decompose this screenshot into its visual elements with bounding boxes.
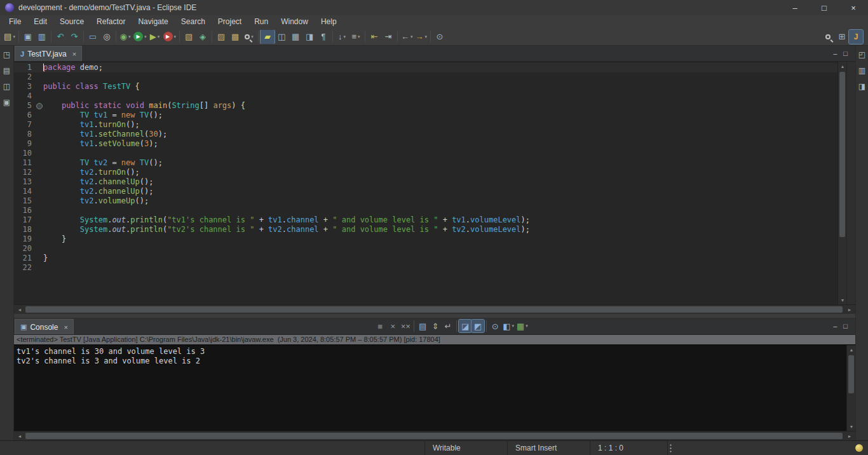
- dropdown-arrow-icon[interactable]: ▾: [512, 323, 515, 329]
- dropdown-arrow-icon[interactable]: ▾: [344, 34, 346, 39]
- copy-qualified-name-button[interactable]: ▦: [288, 30, 302, 44]
- terminate-button[interactable]: ■: [374, 320, 386, 332]
- minimized-outline-button[interactable]: ▣: [1, 97, 13, 108]
- last-edit-location-button[interactable]: ⇤: [367, 30, 381, 44]
- open-type-button[interactable]: ◎: [100, 30, 114, 44]
- dropdown-arrow-icon[interactable]: ▾: [526, 323, 528, 329]
- scroll-left-icon[interactable]: ◄: [15, 305, 24, 314]
- editor-horizontal-scrollbar[interactable]: ◄ ►: [14, 304, 855, 314]
- code-line[interactable]: 14 tv2.channelUp();: [14, 187, 837, 196]
- scroll-left-icon[interactable]: ◄: [15, 431, 24, 440]
- code-line[interactable]: 15 tv2.volumeUp();: [14, 196, 837, 206]
- code-line[interactable]: 2: [14, 72, 837, 82]
- code-line[interactable]: 3public class TestTV {: [14, 82, 837, 92]
- open-console-button[interactable]: ▭: [86, 30, 100, 44]
- status-insert-mode[interactable]: Smart Insert: [507, 441, 590, 455]
- show-stderr-button[interactable]: ◩: [471, 320, 484, 332]
- code-line[interactable]: 19 }: [14, 234, 837, 244]
- code-line[interactable]: 22: [14, 263, 837, 273]
- new-java-project-button[interactable]: ▧: [182, 30, 196, 44]
- code-line[interactable]: 7 tv1.turnOn();: [14, 120, 837, 130]
- code-line[interactable]: 12 tv2.turnOn();: [14, 168, 837, 177]
- editor-vertical-scrollbar[interactable]: ▲ ▼: [837, 62, 846, 304]
- tab-testtv-java[interactable]: J TestTV.java ×: [15, 46, 82, 61]
- code-line[interactable]: 10: [14, 149, 837, 158]
- code-line[interactable]: 17 System.out.println("tv1's channel is …: [14, 215, 837, 225]
- scroll-down-icon[interactable]: ▼: [838, 295, 847, 304]
- debug-button[interactable]: ◉▾: [118, 30, 132, 44]
- coverage-button[interactable]: ▶▾: [148, 30, 162, 44]
- link-with-editor-button[interactable]: ◨: [302, 30, 316, 44]
- search-button[interactable]: ▾: [242, 30, 256, 44]
- show-stdout-button[interactable]: ◪: [459, 320, 471, 332]
- dropdown-arrow-icon[interactable]: ▾: [158, 34, 160, 39]
- quick-search-button[interactable]: [821, 30, 835, 44]
- dropdown-arrow-icon[interactable]: ▾: [128, 34, 131, 39]
- save-button[interactable]: ▣: [21, 30, 35, 44]
- code-line[interactable]: 13 tv2.channelUp();: [14, 177, 837, 187]
- console-horizontal-scrollbar[interactable]: ◄ ►: [14, 431, 855, 440]
- maximize-window-button[interactable]: □: [810, 0, 839, 15]
- menu-navigate[interactable]: Navigate: [132, 15, 174, 28]
- scroll-up-icon[interactable]: ▲: [838, 62, 847, 71]
- run-launch-marker-icon[interactable]: [36, 101, 43, 111]
- show-whitespace-button[interactable]: ¶: [316, 30, 330, 44]
- minimized-snippets-button[interactable]: ◨: [857, 81, 868, 92]
- menu-window[interactable]: Window: [275, 15, 315, 28]
- console-hscroll-thumb[interactable]: [25, 433, 843, 439]
- minimize-console-button[interactable]: –: [833, 322, 837, 330]
- new-wizard-button[interactable]: ▤▾: [3, 30, 17, 44]
- dropdown-arrow-icon[interactable]: ▾: [425, 34, 428, 39]
- save-all-button[interactable]: ▥: [35, 30, 49, 44]
- open-perspective-button[interactable]: ⊞: [835, 30, 849, 44]
- pin-editor-button[interactable]: ⊙: [433, 30, 447, 44]
- run-external-tools-button[interactable]: ▶▾: [162, 30, 178, 44]
- code-line[interactable]: 6 TV tv1 = new TV();: [14, 111, 837, 120]
- remove-all-launches-button[interactable]: ××: [399, 320, 412, 332]
- dropdown-arrow-icon[interactable]: ▾: [358, 34, 360, 39]
- code-line[interactable]: 1package demo;: [14, 63, 837, 72]
- console-vscroll-thumb[interactable]: [848, 355, 854, 393]
- minimize-window-button[interactable]: –: [780, 0, 810, 15]
- menu-source[interactable]: Source: [53, 15, 90, 28]
- minimize-editor-button[interactable]: –: [833, 50, 837, 57]
- dropdown-arrow-icon[interactable]: ▾: [144, 34, 147, 39]
- toggle-mark-occurrences-button[interactable]: ▰: [261, 30, 275, 44]
- minimized-type-hierarchy-button[interactable]: ◫: [1, 81, 13, 92]
- forward-button[interactable]: →▾: [414, 30, 429, 44]
- open-resource-button[interactable]: ▩: [228, 30, 242, 44]
- code-line[interactable]: 18 System.out.println("tv2's channel is …: [14, 225, 837, 234]
- console-output[interactable]: tv1's channel is 30 and volume level is …: [14, 345, 846, 431]
- scroll-down-icon[interactable]: ▼: [847, 422, 856, 431]
- redo-button[interactable]: ↷: [67, 30, 81, 44]
- open-task-button[interactable]: ▨: [214, 30, 228, 44]
- code-line[interactable]: 8 tv1.setChannel(30);: [14, 130, 837, 139]
- menu-project[interactable]: Project: [212, 15, 248, 28]
- next-edit-location-button[interactable]: ⇥: [381, 30, 395, 44]
- code-line[interactable]: 20: [14, 244, 837, 254]
- remove-launch-button[interactable]: ×: [386, 320, 399, 332]
- close-console-tab-icon[interactable]: ×: [64, 323, 67, 331]
- menu-file[interactable]: File: [3, 15, 27, 28]
- dropdown-arrow-icon[interactable]: ▾: [251, 34, 254, 39]
- editor-vscroll-thumb[interactable]: [839, 72, 845, 237]
- statusbar-grip[interactable]: [669, 444, 673, 453]
- view-hierarchy-button[interactable]: ≡▾: [349, 30, 363, 44]
- code-line[interactable]: 11 TV tv2 = new TV();: [14, 158, 837, 168]
- menu-run[interactable]: Run: [248, 15, 275, 28]
- menu-edit[interactable]: Edit: [27, 15, 53, 28]
- tab-console[interactable]: ▣ Console ×: [15, 319, 74, 334]
- clear-console-button[interactable]: ▤: [416, 320, 429, 332]
- open-console-view-button[interactable]: ▦▾: [515, 320, 529, 332]
- next-annotation-button[interactable]: ↓▾: [335, 30, 349, 44]
- java-perspective-button[interactable]: J: [849, 30, 863, 44]
- close-window-button[interactable]: ×: [839, 0, 868, 15]
- console-vertical-scrollbar[interactable]: ▲ ▼: [846, 345, 855, 431]
- display-console-button[interactable]: ◧▾: [501, 320, 515, 332]
- scroll-right-icon[interactable]: ►: [845, 431, 854, 440]
- restore-right-views-button[interactable]: ◰: [857, 49, 868, 60]
- new-java-class-button[interactable]: ◈: [196, 30, 210, 44]
- undo-button[interactable]: ↶: [53, 30, 67, 44]
- minimized-package-explorer-button[interactable]: ▤: [1, 65, 13, 76]
- scroll-lock-button[interactable]: ⇕: [429, 320, 442, 332]
